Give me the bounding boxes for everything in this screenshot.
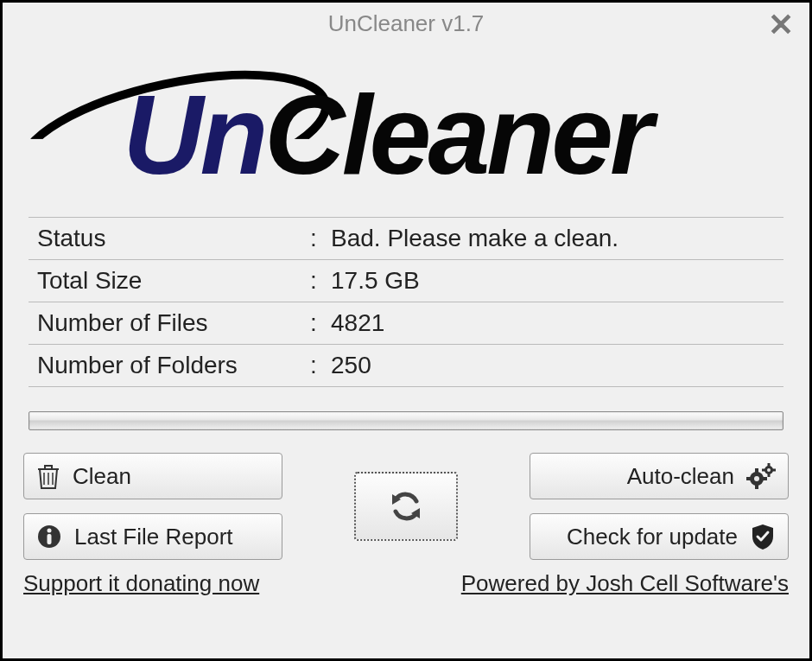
app-logo: UnCleaner: [20, 53, 792, 200]
powered-by-link[interactable]: Powered by Josh Cell Software's: [461, 570, 789, 597]
close-icon[interactable]: ✕: [768, 10, 794, 41]
buttons-area: Clean Last File Report Auto-clean: [23, 451, 789, 562]
svg-point-18: [767, 468, 771, 472]
total-size-label: Total Size: [37, 267, 296, 295]
num-files-label: Number of Files: [37, 309, 296, 337]
svg-rect-8: [48, 534, 52, 544]
svg-rect-15: [746, 477, 751, 480]
progress-bar: [29, 411, 783, 430]
num-files-row: Number of Files : 4821: [29, 302, 783, 344]
svg-text:UnCleaner: UnCleaner: [123, 73, 659, 197]
gears-icon: [746, 463, 776, 489]
svg-rect-13: [755, 468, 758, 473]
refresh-button[interactable]: [354, 472, 458, 541]
check-update-button[interactable]: Check for update: [530, 513, 789, 560]
status-row: Status : Bad. Please make a clean.: [29, 217, 783, 259]
footer-links: Support it donating now Powered by Josh …: [23, 570, 789, 597]
info-icon: [36, 524, 62, 550]
num-folders-row: Number of Folders : 250: [29, 344, 783, 387]
window-title: UnCleaner v1.7: [328, 10, 485, 37]
svg-rect-19: [768, 463, 771, 467]
status-label: Status: [37, 225, 296, 252]
app-window: UnCleaner v1.7 ✕ UnCleaner Status : Bad.…: [0, 0, 812, 661]
check-update-label: Check for update: [567, 524, 738, 550]
num-folders-value: 250: [331, 352, 775, 379]
num-folders-label: Number of Folders: [37, 352, 296, 379]
stats-table: Status : Bad. Please make a clean. Total…: [29, 217, 783, 387]
auto-clean-label: Auto-clean: [627, 463, 734, 490]
total-size-value: 17.5 GB: [331, 267, 775, 295]
shield-check-icon: [750, 523, 776, 550]
trash-icon: [36, 462, 60, 490]
num-files-value: 4821: [331, 309, 775, 337]
clean-button[interactable]: Clean: [23, 453, 282, 499]
titlebar: UnCleaner v1.7 ✕: [3, 3, 809, 44]
last-report-label: Last File Report: [74, 524, 233, 550]
auto-clean-button[interactable]: Auto-clean: [530, 453, 789, 499]
svg-point-7: [48, 529, 52, 533]
svg-rect-22: [772, 469, 776, 472]
status-value: Bad. Please make a clean.: [331, 225, 775, 252]
svg-point-12: [754, 476, 759, 481]
last-report-button[interactable]: Last File Report: [23, 513, 282, 560]
svg-rect-16: [763, 477, 767, 480]
clean-label: Clean: [73, 463, 131, 490]
svg-rect-21: [762, 469, 765, 472]
svg-rect-20: [768, 474, 771, 477]
svg-rect-14: [755, 485, 758, 489]
refresh-icon: [387, 487, 425, 525]
donate-link[interactable]: Support it donating now: [23, 570, 259, 597]
total-size-row: Total Size : 17.5 GB: [29, 259, 783, 302]
